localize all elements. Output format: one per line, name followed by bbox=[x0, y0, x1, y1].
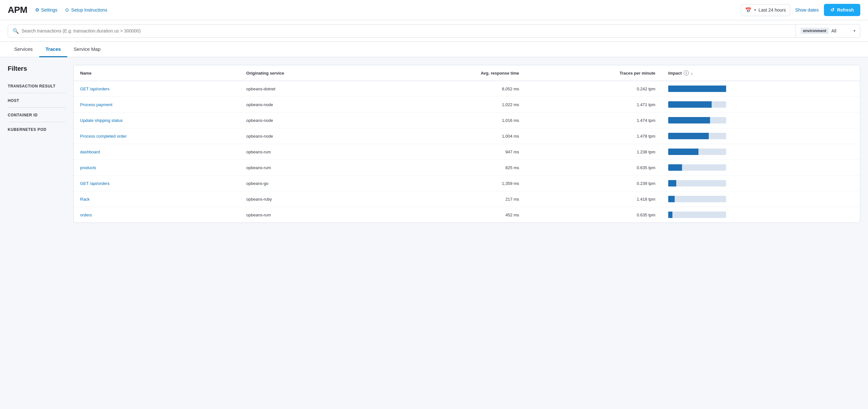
table-row: GET /api/orders opbeans-go 1,359 ms 0.23… bbox=[74, 176, 860, 191]
trace-name-link-1[interactable]: Process payment bbox=[80, 102, 112, 107]
cell-avg-response-4: 947 ms bbox=[382, 144, 525, 160]
traces-table: Name Originating service Avg. response t… bbox=[74, 65, 860, 222]
cell-name-0: GET /api/orders bbox=[74, 81, 240, 97]
tab-traces[interactable]: Traces bbox=[39, 42, 68, 57]
env-chevron-icon: ▾ bbox=[854, 29, 856, 33]
trace-name-link-0[interactable]: GET /api/orders bbox=[80, 87, 110, 91]
cell-originating-service-8: opbeans-rum bbox=[240, 207, 382, 223]
filter-kubernetes-pod[interactable]: KUBERNETES POD bbox=[8, 122, 66, 136]
tab-service-map[interactable]: Service Map bbox=[67, 42, 107, 57]
cell-originating-service-1: opbeans-node bbox=[240, 97, 382, 113]
cell-avg-response-7: 217 ms bbox=[382, 191, 525, 207]
setup-instructions-label: Setup Instructions bbox=[71, 7, 107, 12]
search-input-wrapper: 🔍 bbox=[8, 25, 796, 38]
filter-transaction-result[interactable]: TRANSACTION RESULT bbox=[8, 79, 66, 93]
cell-impact-8 bbox=[662, 207, 860, 223]
setup-icon: ⊙ bbox=[65, 7, 69, 13]
cell-originating-service-5: opbeans-rum bbox=[240, 160, 382, 176]
cell-name-3: Process completed order bbox=[74, 128, 240, 144]
impact-bar-empty-2 bbox=[710, 117, 726, 123]
table-header-row: Name Originating service Avg. response t… bbox=[74, 65, 860, 81]
trace-name-link-3[interactable]: Process completed order bbox=[80, 134, 127, 138]
impact-bar-fill-2 bbox=[668, 117, 710, 123]
show-dates-button[interactable]: Show dates bbox=[794, 5, 820, 15]
time-range-text: Last 24 hours bbox=[758, 7, 786, 12]
settings-link[interactable]: ⚙ Settings bbox=[35, 7, 58, 13]
impact-sort-icon[interactable]: ↓ bbox=[691, 71, 693, 75]
calendar-icon: 📅 bbox=[745, 7, 751, 13]
gear-icon: ⚙ bbox=[35, 7, 39, 13]
table-body: GET /api/orders opbeans-dotnet 8,052 ms … bbox=[74, 81, 860, 223]
setup-instructions-link[interactable]: ⊙ Setup Instructions bbox=[65, 7, 107, 13]
impact-bar-1 bbox=[668, 101, 726, 108]
cell-originating-service-4: opbeans-rum bbox=[240, 144, 382, 160]
table-row: Rack opbeans-ruby 217 ms 1.418 tpm bbox=[74, 191, 860, 207]
env-select-wrapper[interactable]: environment All ▾ bbox=[796, 24, 860, 38]
cell-tpm-2: 1.474 tpm bbox=[526, 113, 662, 128]
cell-name-2: Update shipping status bbox=[74, 113, 240, 128]
cell-impact-3 bbox=[662, 128, 860, 144]
refresh-icon: ↺ bbox=[830, 7, 835, 13]
cell-avg-response-3: 1,004 ms bbox=[382, 128, 525, 144]
cell-impact-1 bbox=[662, 97, 860, 113]
trace-name-link-5[interactable]: products bbox=[80, 165, 96, 170]
impact-bar-fill-7 bbox=[668, 196, 675, 202]
cell-impact-7 bbox=[662, 191, 860, 207]
cell-name-6: GET /api/orders bbox=[74, 176, 240, 191]
filters-title: Filters bbox=[8, 65, 66, 72]
cell-tpm-5: 0.635 tpm bbox=[526, 160, 662, 176]
cell-impact-0 bbox=[662, 81, 860, 97]
cell-originating-service-0: opbeans-dotnet bbox=[240, 81, 382, 97]
impact-bar-5 bbox=[668, 164, 726, 171]
table-row: Update shipping status opbeans-node 1,01… bbox=[74, 113, 860, 128]
cell-avg-response-6: 1,359 ms bbox=[382, 176, 525, 191]
main-content: Filters TRANSACTION RESULT HOST CONTAINE… bbox=[0, 57, 868, 230]
col-header-traces-per-minute: Traces per minute bbox=[526, 65, 662, 81]
impact-bar-empty-7 bbox=[675, 196, 726, 202]
table-row: Process payment opbeans-node 1,022 ms 1.… bbox=[74, 97, 860, 113]
cell-impact-4 bbox=[662, 144, 860, 160]
impact-bar-fill-4 bbox=[668, 149, 699, 155]
cell-name-7: Rack bbox=[74, 191, 240, 207]
cell-originating-service-3: opbeans-node bbox=[240, 128, 382, 144]
trace-name-link-2[interactable]: Update shipping status bbox=[80, 118, 123, 123]
cell-avg-response-5: 825 ms bbox=[382, 160, 525, 176]
cell-name-5: products bbox=[74, 160, 240, 176]
col-header-impact: Impact i ↓ bbox=[662, 65, 860, 81]
filter-host[interactable]: HOST bbox=[8, 93, 66, 108]
refresh-label: Refresh bbox=[837, 7, 854, 12]
trace-name-link-7[interactable]: Rack bbox=[80, 197, 90, 201]
top-bar-right: 📅 ▾ Last 24 hours Show dates ↺ Refresh bbox=[741, 4, 860, 16]
cell-avg-response-0: 8,052 ms bbox=[382, 81, 525, 97]
col-header-avg-response-time: Avg. response time bbox=[382, 65, 525, 81]
table-row: GET /api/orders opbeans-dotnet 8,052 ms … bbox=[74, 81, 860, 97]
cell-tpm-1: 1.471 tpm bbox=[526, 97, 662, 113]
trace-name-link-8[interactable]: orders bbox=[80, 213, 92, 217]
tab-services[interactable]: Services bbox=[8, 42, 39, 57]
cell-tpm-6: 0.239 tpm bbox=[526, 176, 662, 191]
time-picker[interactable]: 📅 ▾ Last 24 hours bbox=[741, 4, 790, 16]
impact-bar-fill-8 bbox=[668, 212, 672, 218]
trace-name-link-6[interactable]: GET /api/orders bbox=[80, 181, 110, 186]
cell-impact-6 bbox=[662, 176, 860, 191]
filter-container-id[interactable]: CONTAINER ID bbox=[8, 108, 66, 122]
cell-tpm-3: 1.478 tpm bbox=[526, 128, 662, 144]
impact-info-icon[interactable]: i bbox=[684, 70, 689, 75]
table-row: products opbeans-rum 825 ms 0.635 tpm bbox=[74, 160, 860, 176]
cell-originating-service-6: opbeans-go bbox=[240, 176, 382, 191]
impact-bar-6 bbox=[668, 180, 726, 187]
search-input[interactable] bbox=[22, 28, 791, 33]
impact-bar-fill-1 bbox=[668, 101, 712, 108]
cell-tpm-8: 0.635 tpm bbox=[526, 207, 662, 223]
impact-bar-0 bbox=[668, 86, 726, 92]
impact-bar-4 bbox=[668, 149, 726, 155]
app-title: APM bbox=[8, 5, 27, 15]
cell-name-1: Process payment bbox=[74, 97, 240, 113]
trace-name-link-4[interactable]: dashboard bbox=[80, 150, 100, 154]
cell-impact-2 bbox=[662, 113, 860, 128]
cell-avg-response-2: 1,016 ms bbox=[382, 113, 525, 128]
impact-bar-8 bbox=[668, 212, 726, 218]
refresh-button[interactable]: ↺ Refresh bbox=[824, 4, 860, 16]
top-bar: APM ⚙ Settings ⊙ Setup Instructions 📅 ▾ … bbox=[0, 0, 868, 20]
search-icon: 🔍 bbox=[12, 28, 19, 34]
